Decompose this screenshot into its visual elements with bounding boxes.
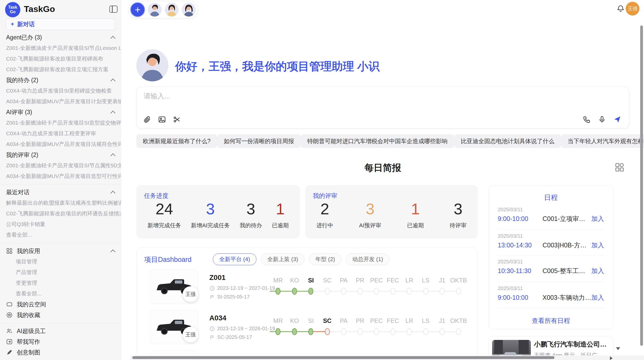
view-all-apps-link[interactable]: 查看全部...: [0, 288, 121, 299]
sidebar-item-favorites[interactable]: 我的收藏: [0, 310, 121, 320]
sidebar-item[interactable]: C02-飞腾新能源轻客改款项目立项汇报方案: [0, 64, 121, 75]
quick-access-bar: +: [128, 1, 198, 18]
sidebar-collapse-icon[interactable]: [109, 6, 118, 13]
sidebar-section-recent-chats[interactable]: 最近对话: [0, 187, 121, 198]
sidebar-item-cloud-space[interactable]: 我的云空间: [0, 299, 121, 310]
suggestion-chip[interactable]: 如何写一份清晰的项目周报: [217, 134, 301, 148]
project-owner-badge: 王强: [183, 286, 198, 302]
section-title: AI评审 (3): [6, 108, 32, 116]
divider: [498, 256, 604, 256]
app-link-project-mgmt[interactable]: 项目管理: [0, 256, 121, 267]
view-all-chats-link[interactable]: 查看全部...: [0, 230, 121, 240]
chevron-up-icon[interactable]: [110, 191, 115, 196]
sidebar-item[interactable]: Z001-全新燃油轻卡产品开发项目SI造型提交物评审: [0, 117, 121, 128]
notifications-bell-icon[interactable]: [617, 4, 625, 13]
sidebar-item[interactable]: C0X4-动力总成开发项目SI里程碑提交物检查: [0, 85, 121, 96]
milestone-dot: [407, 288, 412, 295]
project-row[interactable]: 王强 A034 2023-12-19 ~ 2026-01-19 SC-2025-…: [137, 310, 477, 350]
project-flag-text: SI-2025-05-17: [217, 294, 250, 300]
milestone-timeline: MRKOSISCPAPRPECFECLRLSJ1OKTB: [270, 276, 467, 295]
schedule-date: 2025/03/11: [498, 233, 604, 239]
join-link[interactable]: 加入: [591, 267, 604, 275]
join-link[interactable]: 加入: [591, 241, 604, 249]
vertical-scrollbar-thumb[interactable]: [640, 25, 643, 346]
member-avatar[interactable]: [182, 3, 196, 17]
sidebar-item[interactable]: C0X4-动力总成开发项目工程变更评审: [0, 128, 121, 139]
stat-value: 1: [407, 200, 424, 218]
add-member-button[interactable]: +: [131, 3, 144, 17]
paperclip-icon[interactable]: [143, 115, 151, 124]
milestone-stage: FEC: [385, 276, 401, 295]
view-all-schedule-link[interactable]: 查看所有日程: [489, 317, 613, 325]
scissors-icon[interactable]: [173, 115, 181, 124]
chevron-up-icon[interactable]: [110, 249, 115, 254]
user-avatar[interactable]: 王强: [626, 2, 639, 16]
sidebar-section-my-todo[interactable]: 我的待办 (2): [0, 75, 121, 85]
sidebar-item[interactable]: C02-飞腾新能源轻客改款项目里程碑画布: [0, 53, 121, 64]
app-link-change-mgmt[interactable]: 变更管理: [0, 278, 121, 288]
milestone-stage: SC: [319, 276, 336, 295]
sidebar-section-my-apps[interactable]: 我的应用: [0, 246, 121, 256]
project-row[interactable]: 王强 Z001 2023-12-19 ~ 2027-01-19 SI-2025-…: [137, 269, 477, 310]
logo-text-bottom: Go: [10, 10, 16, 14]
filter-chip-model-year[interactable]: 年型 (2): [309, 253, 341, 265]
suggestion-chip[interactable]: 当下年轻人对汽车外观有怎样的喜好趋势: [561, 134, 644, 148]
milestone-stage: SI: [303, 276, 319, 295]
chevron-up-icon[interactable]: [110, 111, 115, 116]
chevron-up-icon[interactable]: [110, 79, 115, 84]
scroll-right-arrow-icon[interactable]: [610, 356, 613, 360]
app-link-product-mgmt[interactable]: 产品管理: [0, 267, 121, 278]
cloud-space-icon: [6, 301, 13, 308]
new-chat-button[interactable]: + 新对话: [6, 18, 115, 30]
section-title: 我的待办 (2): [6, 76, 38, 84]
sidebar-item-creative-drawing[interactable]: 创意制图: [0, 347, 121, 358]
horizontal-scrollbar-thumb[interactable]: [132, 356, 554, 359]
member-avatar[interactable]: [148, 3, 162, 17]
chevron-up-icon[interactable]: [110, 153, 115, 158]
composer-right-icons: [583, 115, 621, 124]
sidebar-item[interactable]: A034-全新新能源MUV产品开发项目法规符合性评审: [0, 139, 121, 149]
sidebar-item[interactable]: Z001-全新燃油轻卡产品开发项目SI节点属性5D文件评审: [0, 160, 121, 171]
recent-chat-item[interactable]: 公司Q3轻卡销量: [0, 219, 121, 230]
chat-input[interactable]: [143, 92, 551, 100]
member-avatar[interactable]: [165, 3, 179, 17]
filter-chip-powertrain[interactable]: 动总开发 (1): [346, 253, 389, 265]
sidebar-section-my-review[interactable]: 我的评审 (2): [0, 149, 121, 160]
sidebar-section-ai-review[interactable]: AI评审 (3): [0, 107, 121, 117]
sidebar-item-ai-super-staff[interactable]: AI超级员工: [0, 326, 121, 336]
milestone-timeline: MRKOSISCPAPRPECFECLRLSJ1OKTB: [270, 317, 467, 336]
suggestion-chip[interactable]: 特朗普可能对进口汽车增税会对中国车企造成哪些影响: [301, 134, 454, 148]
join-link[interactable]: 加入: [591, 293, 604, 302]
filter-chip-all-new-platform[interactable]: 全新平台 (4): [213, 253, 256, 265]
suggestion-chip[interactable]: 比亚迪全固态电池计划具体说了什么: [454, 134, 561, 148]
sidebar-item[interactable]: A034-全新新能源MUV产品开发项目造型可行性评审: [0, 171, 121, 182]
microphone-icon[interactable]: [598, 115, 606, 124]
filter-chip-new-body[interactable]: 全新上装 (3): [261, 253, 304, 265]
greeting-text: 你好，王强，我是你的项目管理助理 小识: [175, 59, 379, 74]
sidebar-item[interactable]: A034-全新新能源MUV产品开发项目计划变更表编写: [0, 96, 121, 107]
chevron-up-icon[interactable]: [110, 36, 115, 41]
recent-chat-item[interactable]: 解释最新出台的欧盟报废车法规再生塑料比例被调至15%...: [0, 198, 121, 208]
sidebar-item-help-me-write[interactable]: 帮我写作: [0, 336, 121, 347]
schedule-name: C005-整车工程目标评审: [543, 267, 591, 275]
image-icon[interactable]: [158, 115, 166, 124]
help-me-write-label: 帮我写作: [17, 338, 40, 346]
project-flag: SC-2025-05-17: [209, 334, 252, 340]
join-link[interactable]: 加入: [591, 215, 604, 223]
milestone-dot: [456, 328, 461, 335]
milestone-stage: KO: [286, 317, 303, 336]
sidebar-section-agent-done[interactable]: Agent已办 (3): [0, 32, 121, 43]
milestone-dot: [275, 288, 281, 295]
project-flag-text: SC-2025-05-17: [217, 334, 252, 340]
schedule-date: 2025/03/11: [498, 207, 604, 213]
stat-label: 新增完成任务: [148, 222, 181, 229]
scroll-down-arrow-icon[interactable]: [616, 347, 620, 350]
send-icon[interactable]: [613, 115, 621, 124]
schedule-title: 日程: [489, 193, 613, 202]
suggestion-chip[interactable]: 欧洲新规最近颁布了什么?: [136, 134, 217, 148]
sidebar-item[interactable]: Z001-全新燃油皮卡产品开发项目SI节点Lesson Learn报告: [0, 43, 121, 53]
phone-icon[interactable]: [583, 115, 591, 124]
project-owner-badge: 王强: [183, 327, 198, 342]
layout-grid-icon[interactable]: [614, 162, 625, 172]
recent-chat-item[interactable]: C02-飞腾新能源轻客改款项目的闭环通告反馈情况: [0, 208, 121, 219]
